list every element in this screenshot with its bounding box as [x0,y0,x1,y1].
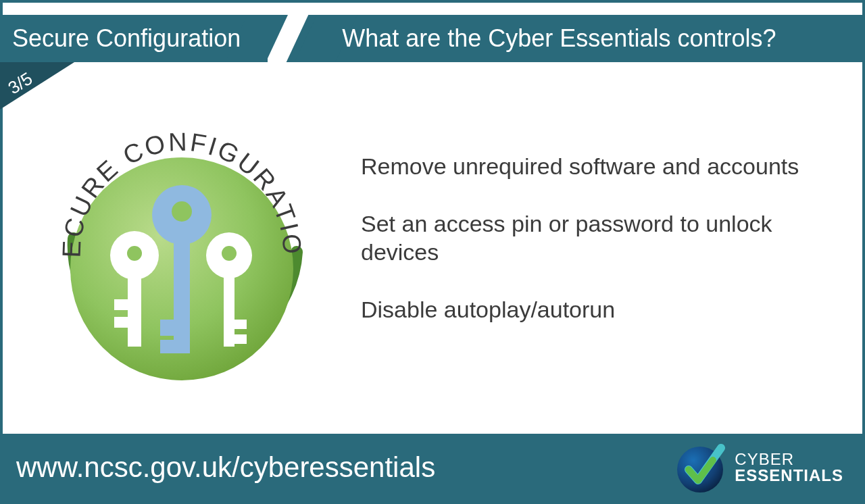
bullet-item: Set an access pin or password to unlock … [361,209,835,267]
svg-rect-9 [234,320,247,329]
svg-rect-13 [174,235,190,353]
bullets: Remove unrequired software and accounts … [361,152,862,352]
slide: Secure Configuration What are the Cyber … [0,0,865,504]
logo-line1: CYBER [735,451,843,468]
svg-point-7 [222,246,237,261]
svg-rect-3 [128,272,141,347]
svg-rect-14 [160,320,174,336]
svg-rect-5 [114,317,128,328]
logo-line2: ESSENTIALS [735,468,843,484]
badge-area: SECURE CONFIGURATION [3,83,361,421]
secure-configuration-badge-icon: SECURE CONFIGURATION [26,97,337,407]
header-left: Secure Configuration [3,15,268,62]
cyber-essentials-logo-icon [674,441,726,494]
bullet-item: Remove unrequired software and accounts [361,152,835,181]
svg-rect-15 [160,340,174,353]
svg-point-12 [172,201,192,222]
header-right: What are the Cyber Essentials controls? [315,15,862,62]
header-left-text: Secure Configuration [12,24,241,52]
svg-rect-8 [224,271,234,347]
svg-rect-10 [234,334,247,344]
header: Secure Configuration What are the Cyber … [3,15,862,62]
header-right-text: What are the Cyber Essentials controls? [342,24,776,52]
content: SECURE CONFIGURATION Remove unrequired s… [3,70,862,434]
svg-rect-4 [114,299,128,310]
svg-point-2 [127,246,142,261]
cyber-essentials-logo-text: CYBER ESSENTIALS [735,451,843,484]
footer: www.ncsc.gov.uk/cyberessentials CYBER ES… [3,434,862,501]
footer-url: www.ncsc.gov.uk/cyberessentials [16,451,435,484]
cyber-essentials-logo: CYBER ESSENTIALS [674,441,843,494]
bullet-item: Disable autoplay/autorun [361,295,835,324]
